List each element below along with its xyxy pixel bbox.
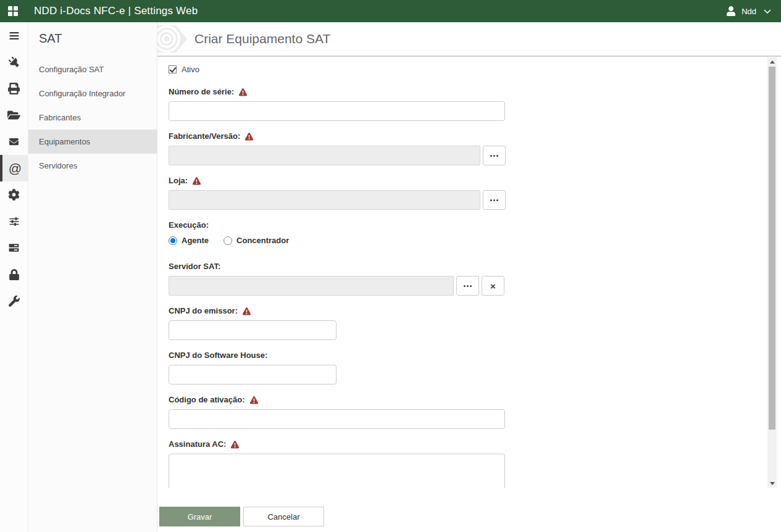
required-warning-icon [244, 132, 254, 141]
checkbox-icon [169, 65, 177, 73]
ellipsis-icon [493, 199, 495, 201]
ellipsis-icon [467, 285, 469, 287]
sidebar-item-configuracao-sat[interactable]: Configuração SAT [28, 57, 157, 81]
server-icon[interactable] [0, 235, 28, 261]
field-fabricante-versao: Fabricante/Versão: [169, 131, 766, 165]
codigo-ativacao-label: Código de ativação: [169, 395, 245, 404]
printer-icon[interactable] [0, 75, 28, 102]
form-footer: Gravar Cancelar [159, 507, 324, 526]
required-warning-icon [242, 307, 251, 315]
scrollbar-thumb[interactable] [769, 67, 775, 430]
field-cnpj-emissor: CNPJ do emissor: [169, 306, 766, 340]
page-title-decoration-icon [157, 25, 188, 53]
cnpj-software-house-input[interactable] [169, 365, 336, 384]
ativo-label: Ativo [182, 65, 199, 74]
execucao-radio-group: Agente Concentrador [169, 236, 766, 245]
loja-input [169, 190, 480, 210]
field-servidor-sat: Servidor SAT: × [169, 262, 766, 296]
envelope-icon[interactable] [0, 128, 28, 155]
fabricante-browse-button[interactable] [483, 146, 506, 165]
servidor-sat-input [169, 276, 454, 296]
numero-serie-input[interactable] [169, 101, 505, 121]
field-loja: Loja: [169, 176, 766, 210]
sliders-icon[interactable] [0, 208, 28, 235]
codigo-ativacao-input[interactable] [169, 409, 505, 429]
servidor-sat-clear-button[interactable]: × [482, 276, 504, 296]
user-name: Ndd [741, 7, 756, 16]
at-icon[interactable]: @ [0, 155, 28, 181]
sidebar-item-equipamentos[interactable]: Equipamentos [28, 130, 157, 154]
cnpj-emissor-input[interactable] [169, 320, 336, 340]
sidebar: SAT Configuração SAT Configuração Integr… [28, 22, 157, 532]
sidebar-item-configuracao-integrador[interactable]: Configuração Integrador [28, 81, 157, 106]
form-scroll-area: Ativo Número de série: Fabricante/Versão… [157, 57, 766, 488]
scroll-down-arrow[interactable] [767, 479, 777, 488]
main-content: Criar Equipamento SAT Ativo Número de sé… [157, 22, 781, 532]
cancel-button[interactable]: Cancelar [243, 507, 324, 526]
page-title: Criar Equipamento SAT [194, 31, 330, 46]
field-assinatura-ac: Assinatura AC: [169, 439, 766, 488]
required-warning-icon [192, 177, 201, 185]
fabricante-versao-label: Fabricante/Versão: [169, 131, 240, 141]
folder-open-icon[interactable] [0, 102, 28, 128]
execucao-label: Execução: [169, 220, 209, 230]
radio-icon [169, 236, 177, 245]
scroll-up-arrow[interactable] [767, 57, 777, 66]
required-warning-icon [238, 88, 248, 96]
cnpj-emissor-label: CNPJ do emissor: [169, 306, 238, 315]
ellipsis-icon [493, 155, 495, 157]
required-warning-icon [230, 440, 240, 449]
radio-concentrador[interactable]: Concentrador [223, 236, 289, 245]
servidor-sat-browse-button[interactable] [456, 276, 479, 296]
save-button[interactable]: Gravar [159, 507, 240, 526]
lock-icon[interactable] [0, 261, 28, 288]
user-icon [726, 6, 736, 16]
field-cnpj-software-house: CNPJ do Software House: [169, 351, 766, 384]
sidebar-item-fabricantes[interactable]: Fabricantes [28, 106, 157, 130]
page-header: Criar Equipamento SAT [157, 22, 781, 57]
radio-icon [223, 236, 232, 245]
plug-icon[interactable] [0, 49, 28, 75]
app-launcher-icon[interactable] [8, 6, 18, 16]
required-warning-icon [249, 396, 259, 404]
app-header: NDD i-Docs NFC-e | Settings Web Ndd [0, 0, 781, 22]
icon-rail: @ [0, 22, 28, 532]
sidebar-title: SAT [28, 22, 157, 57]
loja-browse-button[interactable] [483, 190, 506, 210]
fabricante-versao-input [169, 146, 480, 165]
chevron-down-icon [764, 9, 771, 14]
assinatura-ac-textarea[interactable] [169, 454, 505, 488]
app-window: NDD i-Docs NFC-e | Settings Web Ndd @ [0, 0, 781, 532]
wrench-icon[interactable] [0, 288, 28, 314]
loja-label: Loja: [169, 176, 188, 185]
vertical-scrollbar[interactable] [767, 57, 777, 488]
gear-icon[interactable] [0, 181, 28, 208]
app-title: NDD i-Docs NFC-e | Settings Web [34, 5, 198, 17]
numero-serie-label: Número de série: [169, 87, 234, 96]
menu-icon[interactable] [0, 22, 28, 49]
servidor-sat-label: Servidor SAT: [169, 262, 220, 271]
assinatura-ac-label: Assinatura AC: [169, 439, 226, 449]
radio-agente[interactable]: Agente [169, 236, 209, 245]
clear-x-icon: × [490, 281, 496, 291]
sidebar-item-servidores[interactable]: Servidores [28, 154, 157, 178]
ativo-checkbox[interactable]: Ativo [169, 65, 199, 74]
user-menu[interactable]: Ndd [726, 0, 771, 22]
field-numero-serie: Número de série: [169, 87, 766, 121]
field-codigo-ativacao: Código de ativação: [169, 395, 766, 429]
cnpj-software-house-label: CNPJ do Software House: [169, 351, 267, 360]
field-execucao: Execução: Agente Concentrador [169, 220, 766, 245]
